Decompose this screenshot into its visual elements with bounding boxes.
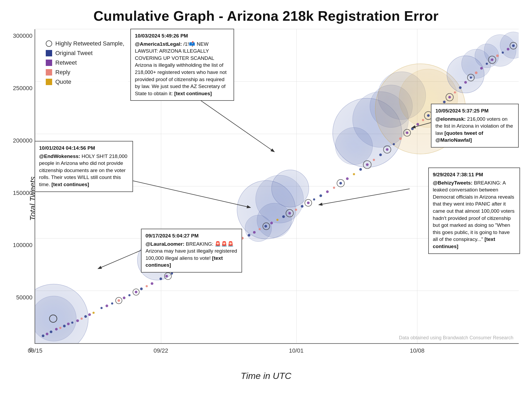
chart-container: Cumulative Graph - Arizona 218k Registra…: [0, 0, 532, 397]
svg-point-106: [448, 96, 451, 99]
svg-point-115: [496, 55, 499, 57]
tooltip4-time: 10/05/2024 5:37:25 PM: [435, 107, 514, 115]
svg-point-41: [135, 291, 138, 293]
svg-point-29: [76, 319, 79, 322]
svg-point-114: [491, 58, 493, 61]
legend: Highly Retweeted Sample, Original Tweet …: [41, 37, 128, 90]
legend-label-retweet: Retweet: [55, 59, 77, 66]
svg-point-109: [464, 81, 467, 84]
svg-point-76: [307, 202, 310, 204]
tooltip2-suffix: [text continues]: [51, 182, 89, 187]
tooltip1-time: 10/03/2024 5:49:26 PM: [135, 32, 230, 40]
svg-point-48: [165, 275, 168, 277]
x-axis-title: Time in UTC: [0, 371, 532, 381]
svg-point-44: [151, 282, 153, 285]
svg-point-108: [459, 86, 462, 89]
svg-point-88: [366, 163, 369, 166]
svg-point-32: [88, 313, 91, 316]
svg-point-43: [146, 285, 148, 287]
watermark: Data obtained using Brandwatch Consumer …: [399, 335, 513, 341]
tooltip3-time: 09/17/2024 5:04:27 PM: [146, 232, 238, 240]
tooltip3-handle: @LauraLoomer:: [146, 241, 184, 247]
legend-item-retweeted: Highly Retweeted Sample,: [45, 40, 124, 47]
tooltip1-handle: @America1stLegal:: [135, 41, 182, 47]
x-label-2: 10/01: [289, 347, 304, 354]
svg-point-8: [245, 215, 272, 242]
x-label-0: 09/15: [28, 347, 42, 354]
svg-point-66: [248, 234, 250, 237]
svg-point-6: [272, 170, 309, 207]
svg-point-117: [507, 48, 509, 51]
x-label-3: 10/08: [410, 347, 425, 354]
svg-point-22: [46, 333, 48, 335]
svg-point-110: [470, 77, 472, 79]
chart-title: Cumulative Graph - Arizona 218k Registra…: [0, 0, 532, 24]
svg-point-75: [301, 205, 304, 208]
svg-point-26: [63, 325, 66, 327]
tooltip1-suffix: [text continues]: [174, 91, 212, 96]
y-label-5: 250000: [13, 85, 32, 92]
legend-item-reply: Reply: [45, 69, 124, 76]
svg-point-23: [50, 331, 52, 333]
svg-point-91: [386, 148, 389, 151]
tooltip-lauraloomer: 09/17/2024 5:04:27 PM @LauraLoomer: BREA…: [141, 229, 242, 273]
svg-point-112: [480, 67, 483, 70]
legend-label-reply: Reply: [55, 69, 70, 76]
svg-point-33: [93, 312, 95, 314]
svg-point-116: [502, 52, 504, 54]
svg-point-87: [359, 168, 362, 171]
svg-point-99: [411, 127, 414, 130]
legend-icon-original: [45, 49, 53, 57]
svg-point-27: [67, 323, 70, 325]
y-label-4: 200000: [13, 137, 32, 144]
svg-point-85: [346, 177, 349, 180]
svg-point-107: [454, 91, 456, 94]
svg-point-42: [140, 287, 143, 290]
svg-point-38: [118, 299, 120, 302]
legend-item-retweet: Retweet: [45, 59, 124, 66]
svg-point-84: [339, 182, 342, 185]
tooltip-behizy: 9/29/2024 7:38:11 PM @BehizyTweets: BREA…: [428, 168, 520, 254]
svg-point-82: [326, 190, 329, 193]
svg-point-90: [379, 153, 382, 156]
y-label-6: 300000: [13, 32, 32, 39]
svg-point-89: [373, 159, 375, 161]
svg-point-21: [42, 335, 44, 337]
tooltip2-handle: @EndWokeness:: [39, 153, 80, 159]
legend-icon-quote: [45, 78, 53, 86]
svg-point-111: [475, 72, 477, 74]
tooltip-america1stlegal: 10/03/2024 5:49:26 PM @America1stLegal: …: [130, 29, 234, 101]
svg-point-83: [333, 187, 335, 189]
svg-point-81: [319, 194, 322, 197]
svg-point-36: [106, 304, 108, 307]
svg-point-70: [270, 222, 273, 224]
legend-label-quote: Quote: [55, 78, 71, 85]
tooltip5-time: 9/29/2024 7:38:11 PM: [433, 171, 516, 178]
svg-point-118: [512, 44, 515, 47]
svg-point-47: [159, 277, 162, 280]
svg-point-100: [416, 123, 419, 126]
svg-point-24: [55, 328, 58, 331]
legend-label-retweeted: Highly Retweeted Sample,: [55, 40, 124, 47]
tooltip-endwokeness: 10/01/2024 04:14:56 PM @EndWokeness: HOL…: [35, 141, 133, 192]
svg-point-86: [353, 173, 355, 175]
svg-point-71: [276, 219, 279, 221]
legend-icon-retweet: [45, 59, 53, 66]
tooltip1-text: /1!📫 NEW LAWSUIT: ARIZONA ILLEGALLY COVE…: [135, 41, 227, 96]
svg-point-68: [259, 228, 261, 230]
legend-item-original: Original Tweet: [45, 49, 124, 57]
legend-icon-reply: [45, 69, 53, 76]
svg-point-92: [393, 143, 395, 145]
tooltip5-text: BREAKING: A leaked conversation between …: [433, 180, 514, 242]
svg-point-72: [282, 215, 285, 218]
svg-point-93: [399, 137, 402, 140]
svg-point-35: [101, 307, 103, 309]
svg-point-113: [486, 63, 488, 65]
svg-point-28: [71, 321, 73, 324]
svg-point-77: [313, 198, 315, 200]
legend-item-quote: Quote: [45, 78, 124, 86]
svg-point-101: [422, 119, 424, 121]
legend-label-original: Original Tweet: [55, 50, 93, 57]
svg-point-25: [59, 327, 61, 329]
svg-point-49: [171, 272, 173, 274]
